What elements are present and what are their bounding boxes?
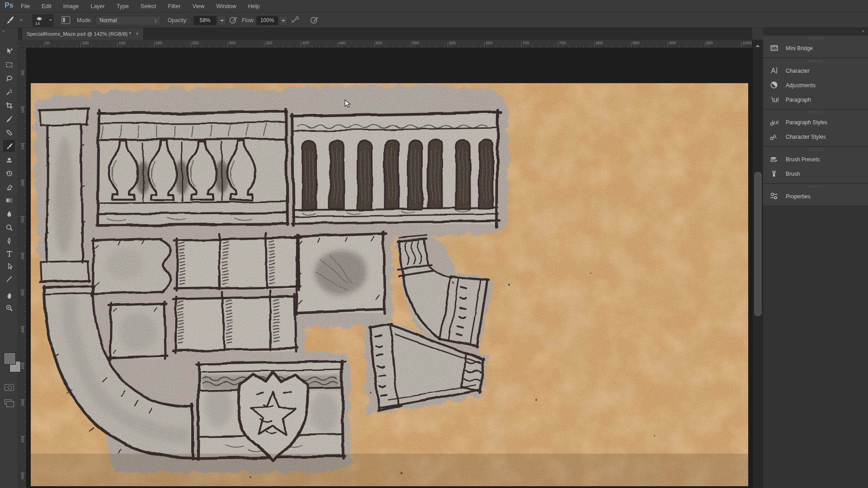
ruler-label: 300: [229, 41, 236, 45]
ruler-label: 50: [20, 69, 25, 77]
panel-group-grip[interactable]: [763, 36, 868, 41]
brush-preset-picker[interactable]: 14: [33, 14, 53, 27]
ruler-tick: [668, 42, 668, 47]
panel-group-grip[interactable]: [763, 110, 868, 115]
zoom-tool[interactable]: [3, 302, 15, 314]
panel-group-grip[interactable]: [763, 58, 868, 64]
options-bar: 14 Mode: Normal Opacity: 58% Flow: 100%: [0, 13, 868, 28]
vertical-scrollbar[interactable]: [752, 40, 763, 488]
clone-stamp-tool[interactable]: [3, 154, 15, 165]
ruler-label: 650: [486, 41, 492, 45]
type-tool[interactable]: [3, 248, 15, 259]
menu-edit[interactable]: Edit: [36, 3, 57, 9]
gradient-tool[interactable]: [3, 194, 15, 206]
menu-file[interactable]: File: [15, 3, 36, 9]
crop-tool[interactable]: [3, 99, 15, 111]
panel-button-brush-presets[interactable]: Brush Presets: [763, 152, 868, 167]
mode-select[interactable]: Normal: [95, 16, 161, 25]
ruler-tick: [448, 42, 448, 47]
menu-window[interactable]: Window: [210, 3, 242, 9]
healing-brush-tool[interactable]: [3, 127, 15, 138]
panel-button-character[interactable]: Character: [763, 64, 868, 78]
ruler-label: 800: [596, 41, 603, 45]
ruler-label: 350: [265, 41, 272, 45]
panel-button-adjustments[interactable]: Adjustments: [763, 78, 868, 93]
flow-label: Flow:: [242, 17, 255, 23]
pen-tool[interactable]: [3, 235, 15, 247]
menu-layer[interactable]: Layer: [85, 3, 110, 9]
charstyles-icon: [769, 132, 780, 141]
flow-dropdown-button[interactable]: [279, 16, 288, 25]
ruler-label: 1000: [743, 41, 752, 45]
line-tool[interactable]: [3, 273, 15, 285]
eyedropper-tool[interactable]: [3, 113, 15, 125]
panel-group-grip[interactable]: [763, 184, 868, 189]
ruler-label: 400: [302, 41, 309, 45]
toggle-brush-panel-button[interactable]: [61, 16, 70, 24]
panel-group: Brush PresetsBrush: [763, 147, 868, 183]
tab-close-icon[interactable]: ×: [136, 31, 139, 37]
path-selection-tool[interactable]: [3, 260, 15, 272]
panel-button-paragraph-styles[interactable]: Paragraph Styles: [763, 115, 868, 130]
menu-image[interactable]: Image: [57, 3, 85, 9]
flow-value[interactable]: 100%: [256, 16, 278, 25]
ruler-label: 950: [706, 41, 713, 45]
scrollbar-thumb[interactable]: [754, 172, 762, 316]
menu-items: FileEditImageLayerTypeSelectFilterViewWi…: [15, 0, 265, 13]
blur-tool[interactable]: [3, 208, 15, 220]
eraser-tool[interactable]: [3, 181, 15, 192]
panel-button-label: Brush Presets: [786, 156, 820, 163]
ruler-tick: [374, 42, 375, 47]
panel-button-character-styles[interactable]: Character Styles: [763, 130, 868, 144]
ruler-label: 200: [20, 179, 25, 187]
menu-type[interactable]: Type: [111, 3, 135, 9]
collapse-panels-icon[interactable]: «: [862, 28, 864, 33]
vertical-ruler: 50100150200250300350400450500550600: [18, 48, 26, 488]
panel-button-mini-bridge[interactable]: Mini Bridge: [763, 41, 868, 56]
brush2-icon: [769, 169, 780, 178]
menu-select[interactable]: Select: [135, 3, 162, 9]
panel-group-grip[interactable]: [763, 147, 868, 152]
screen-mode-button[interactable]: [5, 399, 11, 404]
quick-mask-button[interactable]: [5, 384, 14, 391]
hand-tool[interactable]: [3, 290, 15, 301]
ruler-label: 350: [20, 289, 25, 297]
brush-size-value: 14: [35, 21, 40, 26]
panel-group: CharacterAdjustmentsParagraph: [763, 58, 868, 109]
properties-icon: [769, 192, 780, 201]
airbrush-icon[interactable]: [291, 16, 301, 25]
brush-tool[interactable]: [3, 140, 15, 152]
canvas-viewport[interactable]: [26, 48, 752, 488]
ruler-label: 100: [20, 106, 25, 114]
opacity-dropdown-button[interactable]: [217, 16, 226, 25]
panel-button-brush[interactable]: Brush: [763, 167, 868, 181]
panel-button-properties[interactable]: Properties: [763, 189, 868, 204]
tool-preset-picker[interactable]: [5, 15, 19, 26]
foreground-color-swatch[interactable]: [4, 352, 16, 365]
brushpresets-icon: [769, 155, 780, 164]
dodge-tool[interactable]: [3, 221, 15, 233]
document-tab[interactable]: SpecialRooms_Maze.psd @ 142% (RGB/8) * ×: [22, 28, 144, 40]
panel-button-label: Character: [786, 68, 810, 74]
pressure-opacity-icon[interactable]: [229, 16, 239, 25]
character-icon: [769, 66, 780, 75]
panel-button-paragraph[interactable]: Paragraph: [763, 93, 868, 107]
panel-button-label: Mini Bridge: [786, 45, 813, 52]
move-tool[interactable]: [3, 45, 15, 57]
opacity-value[interactable]: 58%: [193, 16, 217, 25]
lasso-tool[interactable]: [3, 72, 15, 84]
ruler-tick: [594, 42, 595, 47]
panel-group: Mini Bridge: [763, 36, 868, 57]
ruler-tick: [191, 42, 191, 47]
rectangular-marquee-tool[interactable]: [3, 59, 15, 70]
scroll-up-arrow-icon[interactable]: [755, 42, 760, 47]
quick-selection-tool[interactable]: [3, 86, 15, 98]
menu-view[interactable]: View: [186, 3, 210, 9]
menu-help[interactable]: Help: [242, 3, 266, 9]
history-brush-tool[interactable]: [3, 167, 15, 179]
toolbar-collapse-icon[interactable]: »: [2, 29, 4, 33]
panel-button-label: Character Styles: [786, 134, 826, 140]
pressure-size-icon[interactable]: [310, 16, 320, 25]
menu-filter[interactable]: Filter: [162, 3, 187, 9]
adjustments-icon: [769, 81, 780, 90]
